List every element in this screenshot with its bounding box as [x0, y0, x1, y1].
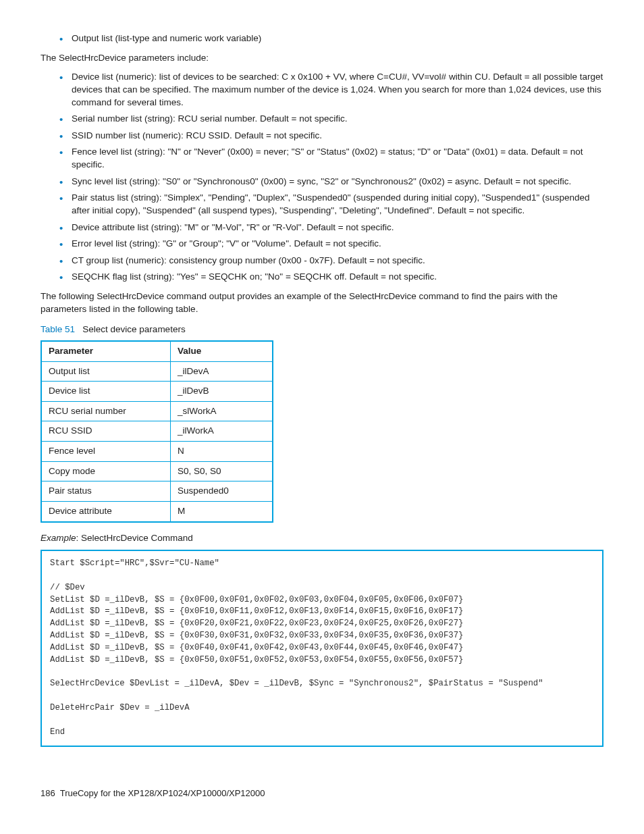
table-cell-value: _ilDevB — [171, 382, 273, 402]
table-cell-parameter: RCU serial number — [41, 401, 171, 421]
table-cell-value: N — [171, 442, 273, 462]
table-row: Device attributeM — [41, 501, 273, 521]
table-row: Fence levelN — [41, 442, 273, 462]
bullets-main: Device list (numeric): list of devices t… — [59, 71, 603, 284]
intro-paragraph: The SelectHrcDevice parameters include: — [41, 52, 603, 65]
table-row: Device list_ilDevB — [41, 382, 273, 402]
table-header-value: Value — [171, 341, 273, 361]
example-caption: Example: SelectHrcDevice Command — [41, 532, 603, 545]
table-row: Pair statusSuspended0 — [41, 481, 273, 502]
table-row: Copy modeS0, S0, S0 — [41, 461, 273, 481]
parameters-table: Parameter Value Output list_ilDevADevice… — [41, 340, 273, 523]
table-row: RCU serial number_slWorkA — [41, 401, 273, 421]
table-cell-value: S0, S0, S0 — [171, 461, 273, 481]
list-item: Device attribute list (string): "M" or "… — [59, 221, 603, 234]
table-row: Output list_ilDevA — [41, 361, 273, 382]
list-item: SSID number list (numeric): RCU SSID. De… — [59, 130, 603, 142]
table-label: Table 51 — [41, 324, 75, 334]
table-caption: Table 51 Select device parameters — [41, 323, 603, 336]
code-block: Start $Script="HRC",$Svr="CU-Name" // $D… — [41, 550, 603, 746]
page-number: 186 — [41, 788, 55, 798]
table-header-row: Parameter Value — [41, 341, 273, 361]
list-item: Serial number list (string): RCU serial … — [59, 113, 603, 126]
list-item: Output list (list-type and numeric work … — [59, 32, 603, 45]
list-item: Sync level list (string): "S0" or "Synch… — [59, 176, 603, 188]
table-cell-value: _ilWorkA — [171, 421, 273, 442]
list-item: CT group list (numeric): consistency gro… — [59, 255, 603, 267]
table-cell-parameter: Pair status — [41, 481, 171, 502]
list-item: SEQCHK flag list (string): "Yes" = SEQCH… — [59, 271, 603, 284]
list-item: Device list (numeric): list of devices t… — [59, 71, 603, 109]
table-cell-parameter: Copy mode — [41, 461, 171, 481]
table-cell-value: M — [171, 501, 273, 521]
bullets-top: Output list (list-type and numeric work … — [59, 32, 603, 45]
example-prefix: Example — [41, 533, 76, 543]
table-cell-value: _slWorkA — [171, 401, 273, 421]
table-cell-value: _ilDevA — [171, 361, 273, 382]
list-item: Pair status list (string): "Simplex", "P… — [59, 192, 603, 217]
table-cell-value: Suspended0 — [171, 481, 273, 502]
list-item: Fence level list (string): "N" or "Never… — [59, 146, 603, 171]
following-paragraph: The following SelectHrcDevice command ou… — [41, 290, 603, 315]
table-cell-parameter: Device list — [41, 382, 171, 402]
list-item: Error level list (string): "G" or "Group… — [59, 238, 603, 251]
table-cell-parameter: Fence level — [41, 442, 171, 462]
table-title: Select device parameters — [82, 324, 185, 334]
page-footer: 186 TrueCopy for the XP128/XP1024/XP1000… — [41, 787, 603, 800]
footer-title: TrueCopy for the XP128/XP1024/XP10000/XP… — [60, 788, 265, 798]
table-cell-parameter: Device attribute — [41, 501, 171, 521]
table-header-parameter: Parameter — [41, 341, 171, 361]
table-row: RCU SSID_ilWorkA — [41, 421, 273, 442]
table-cell-parameter: RCU SSID — [41, 421, 171, 442]
example-text: : SelectHrcDevice Command — [76, 533, 193, 543]
table-cell-parameter: Output list — [41, 361, 171, 382]
